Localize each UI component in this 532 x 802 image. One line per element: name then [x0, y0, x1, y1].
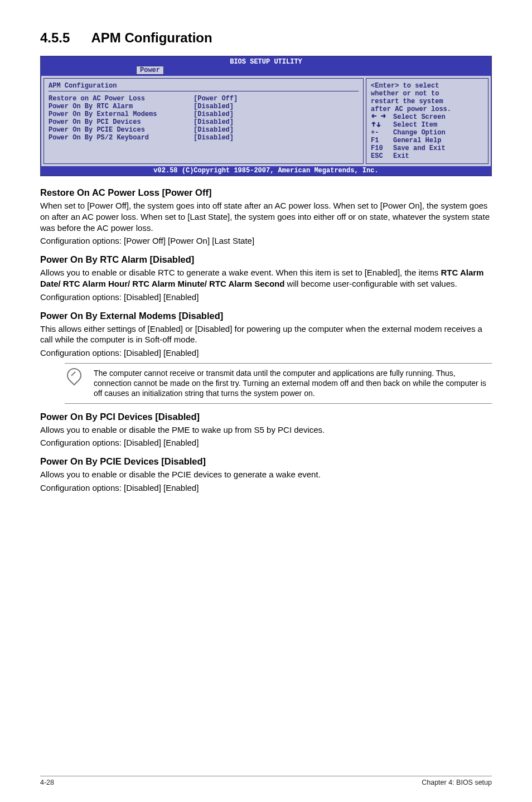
chapter-label: Chapter 4: BIOS setup [422, 779, 492, 786]
arrows-ud-icon [371, 121, 393, 129]
page-number: 4-28 [40, 779, 54, 786]
body-text: Allows you to enable or disable RTC to g… [40, 267, 492, 289]
config-options: Configuration options: [Disabled] [Enabl… [40, 482, 492, 494]
bios-panel: BIOS SETUP UTILITY Power APM Configurati… [40, 56, 492, 176]
bios-title: BIOS SETUP UTILITY [41, 57, 491, 66]
bios-help-line: after AC power loss. [371, 105, 483, 113]
bios-panel-heading: APM Configuration [49, 82, 359, 90]
section-heading: 4.5.5APM Configuration [40, 30, 492, 46]
subsection-heading: Power On By PCI Devices [Disabled] [40, 412, 492, 422]
config-options: Configuration options: [Disabled] [Enabl… [40, 292, 492, 303]
bios-row: Restore on AC Power Loss[Power Off] [49, 95, 359, 103]
body-text: Allows you to enable or disable the PME … [40, 424, 492, 436]
config-options: Configuration options: [Disabled] [Enabl… [40, 437, 492, 448]
bios-row: Power On By PCIE Devices[Disabled] [49, 126, 359, 134]
body-text: Allows you to enable or disable the PCIE… [40, 469, 492, 480]
page-footer: 4-28 Chapter 4: BIOS setup [40, 776, 492, 786]
bios-row: Power On By PS/2 Keyboard[Disabled] [49, 134, 359, 142]
config-options: Configuration options: [Power Off] [Powe… [40, 235, 492, 247]
key-esc: ESC [371, 152, 393, 160]
config-options: Configuration options: [Disabled] [Enabl… [40, 347, 492, 359]
note-text: The computer cannot receive or transmit … [94, 368, 492, 399]
key-plusminus: +- [371, 129, 393, 137]
subsection-heading: Restore On AC Power Loss [Power Off] [40, 187, 492, 198]
bios-key-legend: Select Screen Select Item +-Change Optio… [371, 113, 483, 160]
bios-right-pane: <Enter> to select whether or not to rest… [366, 78, 489, 164]
key-f1: F1 [371, 137, 393, 144]
subsection-heading: Power On By RTC Alarm [Disabled] [40, 254, 492, 265]
section-number: 4.5.5 [40, 30, 70, 45]
bios-row: Power On By PCI Devices[Disabled] [49, 118, 359, 126]
body-text: When set to [Power Off], the system goes… [40, 200, 492, 233]
body-text: This allows either settings of [Enabled]… [40, 323, 492, 346]
bios-help-line: restart the system [371, 98, 483, 105]
bios-left-pane: APM Configuration Restore on AC Power Lo… [43, 78, 364, 164]
bios-help-line: whether or not to [371, 90, 483, 98]
subsection-heading: Power On By External Modems [Disabled] [40, 311, 492, 321]
bios-row: Power On By External Modems[Disabled] [49, 110, 359, 118]
bios-tab-power: Power [136, 66, 164, 75]
note-icon [65, 368, 84, 399]
note-callout: The computer cannot receive or transmit … [65, 363, 492, 404]
bios-help-line: <Enter> to select [371, 82, 483, 90]
bios-row: Power On By RTC Alarm[Disabled] [49, 103, 359, 110]
subsection-heading: Power On By PCIE Devices [Disabled] [40, 456, 492, 467]
section-title: APM Configuration [91, 30, 212, 45]
bios-tabbar: Power [41, 66, 491, 76]
bios-footer: v02.58 (C)Copyright 1985-2007, American … [41, 166, 491, 175]
key-f10: F10 [371, 144, 393, 152]
arrows-lr-icon [371, 113, 393, 121]
